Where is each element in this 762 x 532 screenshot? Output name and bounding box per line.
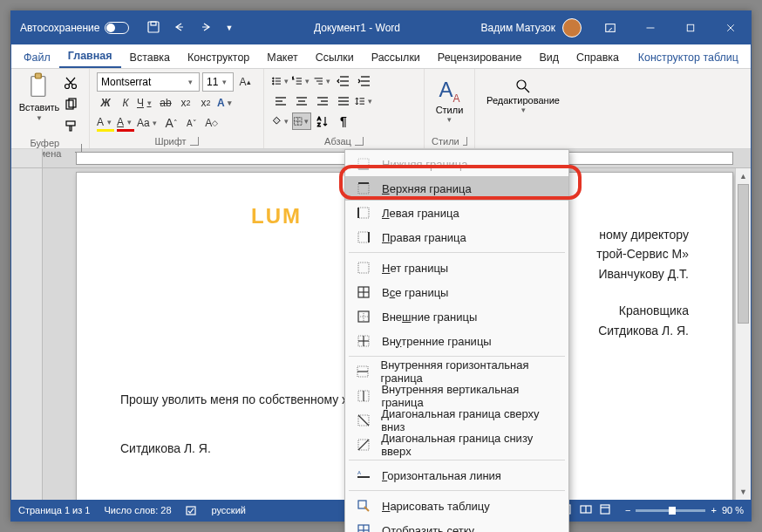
svg-line-87 xyxy=(358,415,369,426)
font-name-value: Montserrat xyxy=(101,76,151,88)
menu-left-border[interactable]: Левая граница xyxy=(345,201,568,225)
line-spacing-icon[interactable]: ▾ xyxy=(355,92,374,110)
save-icon[interactable] xyxy=(146,20,160,37)
grow-font-icon[interactable]: A▴ xyxy=(236,73,254,91)
menu-all-borders[interactable]: Все границы xyxy=(345,280,568,304)
show-marks-icon[interactable]: ¶ xyxy=(334,113,353,130)
styles-dropdown-icon[interactable]: ▾ xyxy=(445,115,455,124)
menu-right-border[interactable]: Правая граница xyxy=(345,225,568,249)
find-icon[interactable] xyxy=(514,78,532,95)
bold-button[interactable]: Ж xyxy=(97,94,114,112)
tab-home[interactable]: Главная xyxy=(59,45,121,68)
zoom-slider[interactable] xyxy=(636,509,705,512)
zoom-in-button[interactable]: + xyxy=(711,505,716,515)
styles-gallery-icon[interactable]: AА xyxy=(439,72,459,105)
subscript-button[interactable]: x2 xyxy=(177,94,194,112)
qat-dropdown-icon[interactable]: ▼ xyxy=(225,24,233,32)
user-account[interactable]: Вадим Матузок xyxy=(473,18,590,38)
svg-text:1: 1 xyxy=(292,76,294,80)
menu-inside-h-border[interactable]: Внутренняя горизонтальная граница xyxy=(345,359,568,384)
align-left-icon[interactable] xyxy=(271,92,290,110)
view-web-icon[interactable] xyxy=(599,503,611,517)
minimize-button[interactable] xyxy=(630,11,670,44)
justify-icon[interactable] xyxy=(334,92,353,110)
bullets-icon[interactable]: ▾ xyxy=(271,72,290,90)
grow-font2-icon[interactable]: A˄ xyxy=(163,114,180,132)
align-center-icon[interactable] xyxy=(292,92,311,110)
increase-indent-icon[interactable] xyxy=(355,72,374,90)
menu-horizontal-line[interactable]: A Горизонтальная линия xyxy=(345,463,568,488)
shrink-font-icon[interactable]: A˅ xyxy=(183,114,201,132)
menu-diag-up-border[interactable]: Диагональная граница снизу вверх xyxy=(345,433,568,457)
undo-icon[interactable] xyxy=(173,20,187,37)
tab-table-design[interactable]: Конструктор таблиц xyxy=(629,47,747,68)
italic-button[interactable]: К xyxy=(117,94,134,112)
status-words[interactable]: Число слов: 28 xyxy=(104,505,171,515)
scrollbar-vertical[interactable]: ▲ ▼ xyxy=(735,168,751,500)
numbering-icon[interactable]: 1▾ xyxy=(292,72,311,90)
menu-diag-down-border[interactable]: Диагональная граница сверху вниз xyxy=(345,408,568,433)
tab-insert[interactable]: Вставка xyxy=(121,47,179,68)
align-right-icon[interactable] xyxy=(313,92,332,110)
paragraph-launcher-icon[interactable] xyxy=(355,137,364,146)
font-launcher-icon[interactable] xyxy=(190,137,199,146)
border-inside-v-icon xyxy=(356,388,371,404)
status-language[interactable]: русский xyxy=(212,505,246,515)
scroll-down-icon[interactable]: ▼ xyxy=(736,484,751,500)
multilevel-icon[interactable]: ▾ xyxy=(313,72,332,90)
status-spellcheck-icon[interactable] xyxy=(186,504,198,516)
shading-icon[interactable]: ▾ xyxy=(271,113,290,130)
borders-button[interactable]: ▾ xyxy=(292,113,311,130)
scroll-up-icon[interactable]: ▲ xyxy=(736,168,751,184)
decrease-indent-icon[interactable] xyxy=(334,72,353,90)
styles-launcher-icon[interactable] xyxy=(463,137,467,146)
tab-layout[interactable]: Макет xyxy=(258,47,306,68)
menu-draw-table[interactable]: Нарисовать таблицу xyxy=(345,494,568,518)
tab-help[interactable]: Справка xyxy=(568,47,628,68)
ruler-vertical[interactable] xyxy=(11,168,43,500)
tab-review[interactable]: Рецензирование xyxy=(429,47,531,68)
font-size-combo[interactable]: 11▾ xyxy=(202,72,234,92)
menu-separator xyxy=(349,356,565,357)
copy-icon[interactable] xyxy=(64,98,78,114)
tab-view[interactable]: Вид xyxy=(530,47,568,68)
border-outside-icon xyxy=(356,309,371,324)
paste-button[interactable]: Вставить ▼ xyxy=(18,72,60,122)
change-case-icon[interactable]: Aa▾ xyxy=(137,114,160,132)
underline-button[interactable]: Ч▾ xyxy=(137,94,154,112)
view-read-icon[interactable] xyxy=(580,503,592,517)
font-color-icon[interactable]: A▾ xyxy=(117,114,134,132)
scroll-thumb[interactable] xyxy=(738,184,749,324)
highlight-icon[interactable]: A▾ xyxy=(97,114,114,132)
tab-design[interactable]: Конструктор xyxy=(179,47,258,68)
text-effects-icon[interactable]: A▾ xyxy=(217,94,235,112)
menu-bottom-border[interactable]: Нижняя граница xyxy=(345,152,568,176)
clear-format-icon[interactable]: A◇ xyxy=(203,114,221,132)
redo-icon[interactable] xyxy=(199,20,213,37)
format-painter-icon[interactable] xyxy=(64,119,78,136)
menu-no-border[interactable]: Нет границы xyxy=(345,256,568,280)
tab-mailings[interactable]: Рассылки xyxy=(363,47,429,68)
zoom-value[interactable]: 90 % xyxy=(722,505,744,515)
menu-inside-v-border[interactable]: Внутренняя вертикальная граница xyxy=(345,384,568,408)
ribbon-options-icon[interactable] xyxy=(590,11,630,44)
tab-file[interactable]: Файл xyxy=(15,47,59,68)
menu-label: Нижняя граница xyxy=(382,158,468,171)
zoom-out-button[interactable]: − xyxy=(625,505,630,515)
status-page[interactable]: Страница 1 из 1 xyxy=(18,505,90,515)
sort-icon[interactable]: AZ xyxy=(313,113,332,130)
tab-references[interactable]: Ссылки xyxy=(307,47,363,68)
autosave-toggle[interactable]: Автосохранение xyxy=(11,22,138,34)
border-right-icon xyxy=(356,229,371,245)
menu-outside-borders[interactable]: Внешние границы xyxy=(345,304,568,329)
menu-view-gridlines[interactable]: Отобразить сетку xyxy=(345,518,568,532)
editing-dropdown-icon[interactable]: ▾ xyxy=(518,106,528,114)
maximize-button[interactable] xyxy=(670,11,711,44)
font-name-combo[interactable]: Montserrat▾ xyxy=(97,72,200,92)
close-button[interactable] xyxy=(711,11,751,44)
superscript-button[interactable]: x2 xyxy=(197,94,214,112)
cut-icon[interactable] xyxy=(64,76,78,92)
menu-top-border[interactable]: Верхняя граница xyxy=(345,176,568,201)
strike-button[interactable]: ab xyxy=(157,94,174,112)
menu-inside-borders[interactable]: Внутренние границы xyxy=(345,329,568,353)
